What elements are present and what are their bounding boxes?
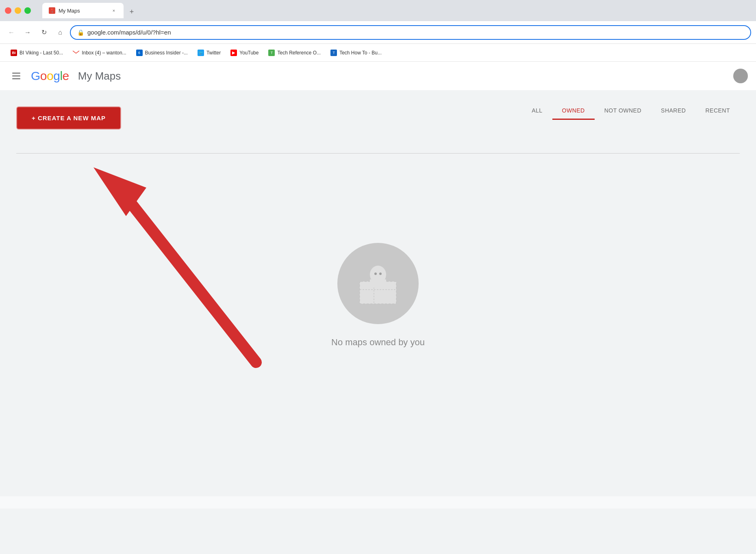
youtube-favicon: ▶ xyxy=(230,50,237,56)
bi6-favicon: 6 xyxy=(136,50,143,56)
bookmark-techblue-label: Tech How To - Bu... xyxy=(339,50,382,56)
ghost-map-illustration xyxy=(337,243,419,324)
hamburger-line-2 xyxy=(12,76,20,76)
hamburger-line-3 xyxy=(12,78,20,79)
bookmark-youtube[interactable]: ▶ YouTube xyxy=(226,48,263,58)
tab-title: My Maps xyxy=(59,8,107,14)
bookmark-youtube-label: YouTube xyxy=(239,50,259,56)
home-button[interactable]: ⌂ xyxy=(54,26,67,39)
hamburger-menu-button[interactable] xyxy=(8,68,24,84)
tab-shared[interactable]: SHARED xyxy=(651,102,695,120)
svg-point-9 xyxy=(379,273,382,275)
empty-state: No maps owned by you xyxy=(16,154,740,348)
logo-g: G xyxy=(31,69,40,83)
logo-e: e xyxy=(63,69,69,83)
svg-rect-7 xyxy=(370,279,386,288)
window-controls xyxy=(5,7,31,14)
bookmark-bi-label: BI Viking - Last 50... xyxy=(20,50,63,56)
tech-favicon: T xyxy=(268,50,275,56)
security-icon: 🔒 xyxy=(77,29,84,36)
svg-point-8 xyxy=(374,273,377,275)
tab-owned[interactable]: OWNED xyxy=(552,102,595,120)
google-logo: Google xyxy=(31,69,69,83)
title-bar: My Maps × + xyxy=(0,0,756,21)
logo-o2: o xyxy=(47,69,53,83)
logo-g2: g xyxy=(53,69,60,83)
gmail-favicon xyxy=(73,50,79,56)
forward-button[interactable]: → xyxy=(21,26,34,39)
bookmark-techblue[interactable]: T Tech How To - Bu... xyxy=(326,48,386,58)
bi-favicon: BI xyxy=(11,50,17,56)
empty-state-message: No maps owned by you xyxy=(331,337,425,348)
svg-rect-0 xyxy=(73,50,79,55)
bookmarks-bar: BI BI Viking - Last 50... Inbox (4) – wa… xyxy=(0,44,756,62)
reload-button[interactable]: ↻ xyxy=(37,26,50,39)
mymaps-favicon xyxy=(49,7,55,14)
filter-tabs: ALL OWNED NOT OWNED SHARED RECENT xyxy=(522,102,740,120)
minimize-window-button[interactable] xyxy=(15,7,21,14)
bookmark-bi6-label: Business Insider -... xyxy=(145,50,188,56)
bookmark-gmail[interactable]: Inbox (4) – wanton... xyxy=(69,48,130,58)
browser-chrome: My Maps × + ← → ↻ ⌂ 🔒 google.com/maps/d/… xyxy=(0,0,756,62)
close-window-button[interactable] xyxy=(5,7,11,14)
active-tab[interactable]: My Maps × xyxy=(42,3,124,18)
tab-all[interactable]: ALL xyxy=(522,102,552,120)
logo-o1: o xyxy=(40,69,47,83)
maximize-window-button[interactable] xyxy=(24,7,31,14)
back-button[interactable]: ← xyxy=(5,26,18,39)
techblue-favicon: T xyxy=(330,50,337,56)
hamburger-line-1 xyxy=(12,73,20,74)
page-content: Google My Maps + CREATE A NEW MAP ALL OW… xyxy=(0,62,756,509)
app-header: Google My Maps xyxy=(0,62,756,90)
tab-bar: My Maps × + xyxy=(37,3,143,18)
omnibox-bar: ← → ↻ ⌂ 🔒 google.com/maps/d/u/0/?hl=en xyxy=(0,21,756,44)
new-tab-button[interactable]: + xyxy=(125,5,138,18)
profile-button[interactable] xyxy=(733,69,748,83)
bookmark-tech[interactable]: T Tech Reference O... xyxy=(264,48,325,58)
url-text: google.com/maps/d/u/0/?hl=en xyxy=(87,29,171,36)
main-content: + CREATE A NEW MAP ALL OWNED NOT OWNED S… xyxy=(0,90,756,496)
bookmark-gmail-label: Inbox (4) – wanton... xyxy=(82,50,126,56)
bookmark-tech-label: Tech Reference O... xyxy=(277,50,321,56)
address-bar[interactable]: 🔒 google.com/maps/d/u/0/?hl=en xyxy=(70,25,751,40)
twitter-favicon: 🐦 xyxy=(198,50,204,56)
bookmark-bi6[interactable]: 6 Business Insider -... xyxy=(132,48,192,58)
tab-not-owned[interactable]: NOT OWNED xyxy=(595,102,651,120)
close-tab-button[interactable]: × xyxy=(111,7,117,14)
create-new-map-button[interactable]: + CREATE A NEW MAP xyxy=(16,106,121,130)
bookmark-twitter-label: Twitter xyxy=(206,50,221,56)
tab-recent[interactable]: RECENT xyxy=(695,102,740,120)
bookmark-twitter[interactable]: 🐦 Twitter xyxy=(193,48,225,58)
app-name: My Maps xyxy=(78,70,121,82)
bookmark-bi[interactable]: BI BI Viking - Last 50... xyxy=(7,48,67,58)
tab-favicon xyxy=(49,7,55,14)
